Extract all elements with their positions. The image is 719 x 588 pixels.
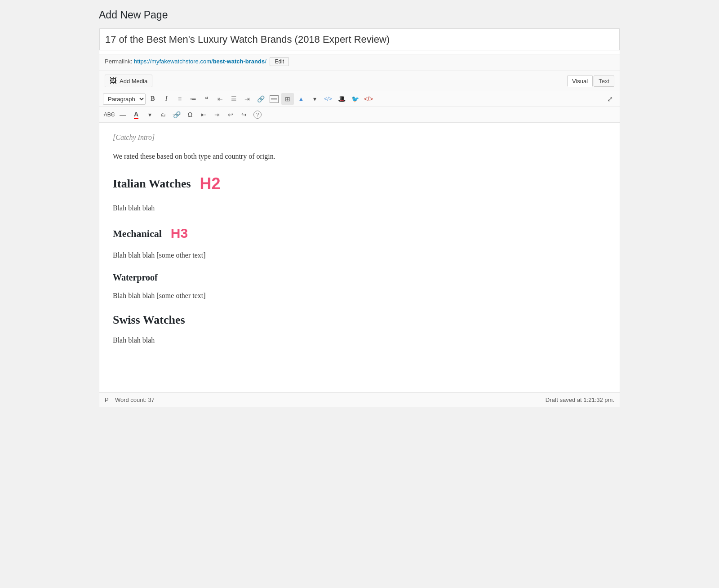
read-more-button[interactable]: ━━ bbox=[268, 93, 280, 105]
read-more-icon: ━━ bbox=[270, 95, 279, 103]
h2-blah: Blah blah blah bbox=[113, 202, 606, 214]
italic-icon: I bbox=[165, 95, 168, 102]
bold-button[interactable]: B bbox=[146, 93, 159, 105]
bold-icon: B bbox=[151, 95, 155, 102]
special-char-button[interactable]: Ω bbox=[184, 109, 196, 120]
align-left-button[interactable]: ⇤ bbox=[214, 93, 226, 105]
h3-mechanical-row: Mechanical H3 bbox=[113, 223, 606, 244]
ordered-list-button[interactable]: ≔ bbox=[187, 93, 200, 105]
help-button[interactable]: ? bbox=[251, 109, 264, 120]
h3-mechanical: Mechanical bbox=[113, 226, 162, 241]
h2-label: H2 bbox=[200, 171, 221, 197]
h2-italian-watches-row: Italian Watches H2 bbox=[113, 171, 606, 197]
h2-swiss-watches: Swiss Watches bbox=[113, 311, 606, 330]
permalink-label: Permalink: bbox=[105, 58, 132, 65]
expand-icon: ⤢ bbox=[607, 95, 613, 103]
block-type: P bbox=[105, 396, 108, 403]
footer-left: P Word count: 37 bbox=[105, 396, 155, 403]
text-color-dropdown-button[interactable]: ▾ bbox=[143, 109, 156, 120]
h2b-blah: Blah blah blah bbox=[113, 334, 606, 346]
h4-blah: Blah blah blah [some other text] bbox=[113, 290, 606, 302]
italic-button[interactable]: I bbox=[160, 93, 173, 105]
blockquote-icon: ❝ bbox=[205, 95, 209, 102]
align-center-button[interactable]: ☰ bbox=[227, 93, 240, 105]
fullscreen-button[interactable]: ⤢ bbox=[604, 93, 616, 105]
text-tab[interactable]: Text bbox=[594, 76, 614, 87]
code-icon: </> bbox=[324, 96, 332, 102]
table-button[interactable]: ⊞ bbox=[281, 93, 294, 105]
toolbar-row-1: Paragraph B I ≡ ≔ ❝ ⇤ ☰ bbox=[99, 91, 620, 107]
align-right-button[interactable]: ⇥ bbox=[241, 93, 253, 105]
unordered-list-icon: ≡ bbox=[178, 95, 182, 102]
content-body-1: We rated these based on both type and co… bbox=[113, 151, 606, 162]
unlink-icon: 🔗 bbox=[173, 111, 181, 118]
chevron-down-small-icon: ▾ bbox=[148, 111, 151, 118]
page-title: Add New Page bbox=[99, 9, 620, 21]
add-media-icon: 🖼 bbox=[110, 77, 117, 85]
strikethrough-icon: ABC bbox=[104, 111, 115, 118]
hat-icon: 🎩 bbox=[338, 95, 346, 102]
twitter-button[interactable]: 🐦 bbox=[349, 93, 361, 105]
add-media-button[interactable]: 🖼 Add Media bbox=[105, 75, 152, 87]
outdent-button[interactable]: ⇤ bbox=[197, 109, 210, 120]
text-cursor bbox=[206, 292, 206, 299]
h2-italian-watches: Italian Watches bbox=[113, 174, 191, 193]
horizontal-rule-button[interactable]: — bbox=[116, 109, 129, 120]
twitter-icon: 🐦 bbox=[351, 95, 359, 102]
redo-button[interactable]: ↪ bbox=[238, 109, 250, 120]
permalink-edit-button[interactable]: Edit bbox=[270, 57, 289, 66]
permalink-url[interactable]: https://myfakewatchstore.com/best-watch-… bbox=[134, 58, 268, 65]
redo-icon: ↪ bbox=[241, 111, 247, 118]
editor-footer: P Word count: 37 Draft saved at 1:21:32 … bbox=[99, 392, 620, 407]
footer-right: Draft saved at 1:21:32 pm. bbox=[546, 396, 614, 403]
visual-tab[interactable]: Visual bbox=[567, 76, 593, 87]
align-right-icon: ⇥ bbox=[244, 95, 250, 102]
align-left-icon: ⇤ bbox=[217, 95, 223, 102]
layers-button[interactable]: ▲ bbox=[295, 93, 307, 105]
help-icon: ? bbox=[253, 111, 262, 119]
post-title-input[interactable] bbox=[99, 29, 620, 50]
word-count-label: Word count: bbox=[115, 396, 146, 403]
h3-label: H3 bbox=[171, 223, 188, 244]
unlink-button[interactable]: 🔗 bbox=[170, 109, 183, 120]
layers-dropdown-button[interactable]: ▾ bbox=[308, 93, 321, 105]
h3-blah: Blah blah blah [some other text] bbox=[113, 249, 606, 261]
toolbar-row2-left: ABC — A ▾ 🗂 🔗 Ω bbox=[103, 109, 264, 120]
toolbar-row-2: ABC — A ▾ 🗂 🔗 Ω bbox=[99, 107, 620, 123]
align-center-icon: ☰ bbox=[231, 95, 237, 102]
shortcode-icon: </> bbox=[364, 95, 373, 102]
undo-icon: ↩ bbox=[228, 111, 233, 118]
link-icon: 🔗 bbox=[257, 95, 265, 102]
h4-waterproof: Waterproof bbox=[113, 270, 606, 285]
indent-icon: ⇥ bbox=[214, 111, 220, 118]
shortcode-button[interactable]: </> bbox=[362, 93, 375, 105]
draft-saved-status: Draft saved at 1:21:32 pm. bbox=[546, 396, 614, 403]
text-color-icon: A bbox=[134, 111, 138, 119]
indent-button[interactable]: ⇥ bbox=[211, 109, 223, 120]
content-intro: [Catchy Intro] bbox=[113, 132, 606, 143]
horizontal-rule-icon: — bbox=[120, 111, 126, 118]
ordered-list-icon: ≔ bbox=[190, 95, 196, 102]
paragraph-select[interactable]: Paragraph bbox=[103, 94, 146, 105]
special-char-icon: Ω bbox=[188, 111, 192, 118]
permalink-bar: Permalink: https://myfakewatchstore.com/… bbox=[99, 54, 620, 71]
code-button[interactable]: </> bbox=[322, 93, 334, 105]
hat-button[interactable]: 🎩 bbox=[335, 93, 348, 105]
custom-chars-icon: 🗂 bbox=[161, 112, 166, 117]
media-bar: 🖼 Add Media Visual Text bbox=[99, 71, 620, 91]
editor-container: Permalink: https://myfakewatchstore.com/… bbox=[99, 28, 620, 407]
strikethrough-button[interactable]: ABC bbox=[103, 109, 115, 120]
custom-chars-button[interactable]: 🗂 bbox=[157, 109, 169, 120]
undo-button[interactable]: ↩ bbox=[224, 109, 237, 120]
table-icon: ⊞ bbox=[285, 95, 290, 102]
unordered-list-button[interactable]: ≡ bbox=[173, 93, 186, 105]
link-button[interactable]: 🔗 bbox=[254, 93, 267, 105]
chevron-down-icon: ▾ bbox=[313, 95, 316, 102]
text-color-button[interactable]: A bbox=[130, 109, 142, 120]
blockquote-button[interactable]: ❝ bbox=[200, 93, 213, 105]
outdent-icon: ⇤ bbox=[201, 111, 206, 118]
editor-tabs: Visual Text bbox=[567, 76, 614, 87]
word-count: 37 bbox=[148, 396, 154, 403]
editor-content-area[interactable]: [Catchy Intro] We rated these based on b… bbox=[99, 123, 620, 392]
layers-icon: ▲ bbox=[298, 95, 304, 102]
